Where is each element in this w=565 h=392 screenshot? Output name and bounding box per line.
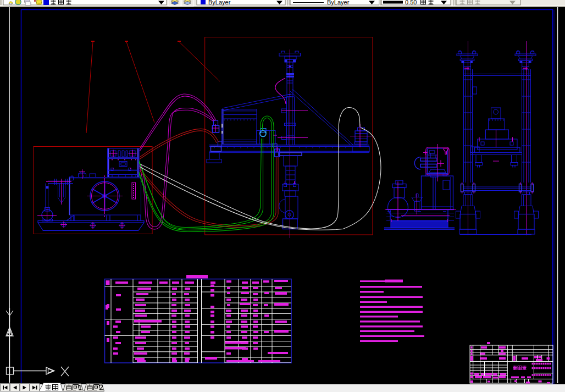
svg-text:ByLayer: ByLayer <box>208 0 231 5</box>
svg-text:ByLayer: ByLayer <box>327 0 350 5</box>
svg-text:0.50: 0.50 <box>405 0 417 5</box>
